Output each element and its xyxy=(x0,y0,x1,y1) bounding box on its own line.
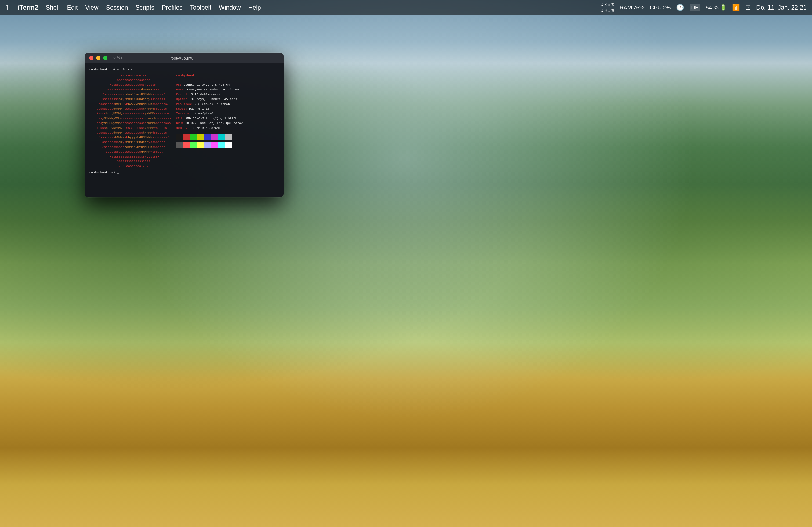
info-shell: Shell: bash 5.1.16 xyxy=(176,107,279,111)
color-block-bright-white xyxy=(225,142,232,148)
color-block-black xyxy=(176,134,183,139)
neofetch-art: .-/+oossssoo+/-. `:+ssssssssssssssssss+:… xyxy=(89,73,171,168)
close-button[interactable] xyxy=(89,56,93,60)
minimize-button[interactable] xyxy=(96,56,100,60)
battery-value: 54 % xyxy=(706,4,719,11)
menu-view[interactable]: View xyxy=(85,4,98,11)
color-block-white xyxy=(225,134,232,139)
traffic-lights: ⌥⌘1 xyxy=(89,56,122,60)
menu-window[interactable]: Window xyxy=(219,4,241,11)
color-blocks-top xyxy=(176,134,279,139)
color-block-bright-blue xyxy=(204,142,211,148)
ram-label: RAM xyxy=(620,4,632,11)
terminal-titlebar: ⌥⌘1 root@ubuntu: ~ xyxy=(85,52,284,63)
terminal-title: root@ubuntu: ~ xyxy=(170,56,198,60)
datetime: Do. 11. Jan. 22:21 xyxy=(756,4,807,11)
ram-value: 76% xyxy=(633,4,644,11)
info-packages: Packages: 768 (dpkg), 4 (snap) xyxy=(176,102,279,107)
color-block-magenta xyxy=(211,134,218,139)
terminal-window: ⌥⌘1 root@ubuntu: ~ root@ubuntu:~# neofet… xyxy=(85,52,284,197)
color-block-green xyxy=(190,134,197,139)
menu-scripts[interactable]: Scripts xyxy=(135,4,154,11)
battery-icon: 🔋 xyxy=(720,4,727,11)
prompt-text: root@ubuntu:~# neofetch xyxy=(89,67,132,71)
color-block-bright-cyan xyxy=(218,142,225,148)
color-block-cyan xyxy=(218,134,225,139)
menu-help[interactable]: Help xyxy=(248,4,261,11)
cpu-label: CPU xyxy=(650,4,662,11)
controlcenter-icon: ⊡ xyxy=(745,4,751,11)
shortcut-label: ⌥⌘1 xyxy=(112,56,122,60)
info-dash: ------------ xyxy=(176,78,279,82)
menu-iterm2[interactable]: iTerm2 xyxy=(18,4,39,11)
color-block-red xyxy=(183,134,190,139)
info-username: root@ubuntu xyxy=(176,73,279,78)
clock-icon: 🕐 xyxy=(676,4,684,11)
color-block-bright-red xyxy=(183,142,190,148)
cpu-value: 2% xyxy=(663,4,671,11)
menu-session[interactable]: Session xyxy=(106,4,128,11)
keyboard-layout: DE xyxy=(690,4,700,11)
info-terminal: Terminal: /dev/pts/0 xyxy=(176,111,279,116)
color-block-bright-black xyxy=(176,142,183,148)
color-block-yellow xyxy=(197,134,204,139)
menu-profiles[interactable]: Profiles xyxy=(162,4,183,11)
terminal-content[interactable]: root@ubuntu:~# neofetch .-/+oossssoo+/-.… xyxy=(85,63,284,197)
network-speed: 0 KB/s 0 KB/s xyxy=(601,2,614,13)
info-os: OS: Ubuntu 22.04.3 LTS x86_64 xyxy=(176,82,279,87)
color-block-bright-magenta xyxy=(211,142,218,148)
battery-indicator: 54 % 🔋 xyxy=(706,4,727,11)
menu-edit[interactable]: Edit xyxy=(67,4,78,11)
color-block-blue xyxy=(204,134,211,139)
final-prompt: root@ubuntu:~# _ xyxy=(89,170,279,175)
menu-shell[interactable]: Shell xyxy=(46,4,59,11)
final-prompt-text: root@ubuntu:~# _ xyxy=(89,171,119,174)
menubar-left:  iTerm2 Shell Edit View Session Scripts… xyxy=(5,3,601,12)
apple-logo-icon[interactable]:  xyxy=(5,3,8,12)
menubar-right: 0 KB/s 0 KB/s RAM 76% CPU 2% 🕐 DE 54 % 🔋… xyxy=(601,2,807,13)
info-kernel: Kernel: 5.15.0-91-generic xyxy=(176,92,279,97)
net-down: 0 KB/s xyxy=(601,7,614,13)
menubar:  iTerm2 Shell Edit View Session Scripts… xyxy=(0,0,812,15)
neofetch-info: root@ubuntu ------------ OS: Ubuntu 22.0… xyxy=(176,73,279,168)
info-host: Host: KVM/QEMU (Standard PC (i440FX xyxy=(176,87,279,92)
color-blocks-bottom xyxy=(176,142,279,148)
net-up: 0 KB/s xyxy=(601,2,614,7)
maximize-button[interactable] xyxy=(103,56,107,60)
color-block-bright-green xyxy=(190,142,197,148)
info-memory: Memory: 1086MiB / 3876MiB xyxy=(176,125,279,131)
wifi-icon: 📶 xyxy=(732,4,740,11)
ram-indicator: RAM 76% xyxy=(620,4,644,11)
info-gpu: GPU: 00:02.0 Red Hat, Inc. QXL parav xyxy=(176,121,279,125)
color-block-bright-yellow xyxy=(197,142,204,148)
neofetch-output: .-/+oossssoo+/-. `:+ssssssssssssssssss+:… xyxy=(89,73,279,168)
desktop:  iTerm2 Shell Edit View Session Scripts… xyxy=(0,0,812,527)
info-cpu: CPU: AMD EPYC-Milan (2) @ 1.999GHz xyxy=(176,116,279,121)
info-uptime: Uptime: 30 days, 5 hours, 45 mins xyxy=(176,97,279,102)
cpu-indicator: CPU 2% xyxy=(650,4,671,11)
command-line: root@ubuntu:~# neofetch xyxy=(89,67,279,72)
menu-toolbelt[interactable]: Toolbelt xyxy=(190,4,211,11)
